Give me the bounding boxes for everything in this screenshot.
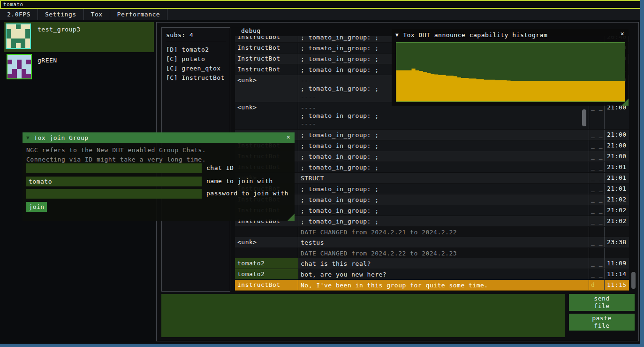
timestamp: 21:01 [605, 173, 629, 183]
delivery-flags: _ _ [589, 102, 605, 129]
collapse-arrow-icon[interactable]: ▼ [26, 135, 30, 141]
delivery-flags: _ _ [589, 258, 605, 269]
subs-list: [D] tomato2[C] potato[C] green_qtox[C] I… [166, 45, 230, 83]
timestamp: 21:01 [605, 184, 629, 194]
join-name-input[interactable] [26, 177, 202, 186]
menu-performance[interactable]: Performance [110, 9, 168, 20]
join-name-label: name to join with [206, 177, 273, 185]
subs-count: subs: 4 [166, 31, 230, 39]
timestamp: 21:01 [605, 162, 629, 172]
group-name: test_group3 [38, 26, 81, 33]
message-cell: ; tomato_in_group: ; [298, 140, 589, 151]
group-avatar [6, 23, 31, 49]
chat-scrollbar-thumb[interactable] [631, 272, 636, 289]
join-group-window: ▼ Tox join Group ✕ NGC refers to the New… [23, 132, 295, 221]
timestamp: 21:00 [605, 140, 629, 151]
delivery-flags: _ _ [589, 205, 605, 216]
delivery-flags: _ _ [589, 184, 605, 194]
message-row: tomato2chat is this real?_ _11:09 [235, 258, 629, 269]
button-label: file [569, 302, 635, 310]
message-cell: ; tomato_in_group: ; [298, 151, 589, 162]
delivery-flags: _ _ [589, 194, 605, 205]
delivery-flags: _ _ [589, 140, 605, 151]
window-border-bottom [0, 344, 644, 347]
timestamp: 11:15 [605, 280, 629, 290]
message-cell: STRUCT [298, 173, 589, 183]
message-cell: No, I've been in this group for quite so… [298, 280, 589, 290]
timestamp: 21:00 [605, 102, 629, 129]
send-file-button[interactable]: send file [569, 294, 635, 311]
message-cell: testus [298, 237, 589, 247]
button-label: paste [569, 315, 635, 322]
join-password-input[interactable] [26, 189, 202, 199]
message-cell: DATE CHANGED from 2024.2.22 to 2024.2.23 [298, 248, 589, 258]
delivery-flags: d _ [589, 280, 605, 290]
group-name: gREEN [38, 57, 57, 64]
collapse-arrow-icon[interactable]: ▼ [395, 32, 399, 38]
delivery-flags: _ _ [589, 269, 605, 279]
delivery-flags [589, 227, 605, 237]
message-cell: chat is this real? [298, 258, 589, 269]
resize-grip[interactable] [621, 99, 629, 106]
timestamp [605, 248, 629, 258]
join-button[interactable]: join [26, 202, 47, 212]
timestamp: 21:00 [605, 130, 629, 140]
paste-file-button[interactable]: paste file [569, 314, 635, 331]
close-icon[interactable]: ✕ [287, 133, 290, 140]
message-row: <unk>testus_ _23:38 [235, 237, 629, 248]
separator [166, 42, 226, 42]
sender-cell: InstructBot [235, 64, 298, 75]
message-cell: ; tomato_in_group: ; [298, 130, 589, 140]
sender-cell [235, 227, 298, 237]
timestamp: 21:02 [605, 205, 629, 216]
message-row: <unk>----; tomato_in_group: ;----_ _21:0… [235, 102, 629, 130]
date-separator-row: DATE CHANGED from 2024.2.22 to 2024.2.23 [235, 248, 629, 258]
message-row: InstructBotNo, I've been in this group f… [235, 280, 629, 291]
window-border-right [640, 0, 644, 347]
resize-grip[interactable] [288, 214, 295, 221]
ngc-hint-line1: NGC refers to the New DHT enabled Group … [26, 147, 206, 154]
window-titlebar[interactable]: tomato [0, 0, 644, 9]
message-input[interactable] [161, 294, 565, 337]
histogram-window-titlebar[interactable]: ▼ Tox DHT announce capability histogram … [392, 29, 629, 40]
timestamp: 21:02 [605, 216, 629, 226]
subs-member[interactable]: [C] green_qtox [166, 64, 230, 73]
message-cell: ; tomato_in_group: ; [298, 194, 589, 205]
message-cell: ----; tomato_in_group: ;---- [298, 102, 589, 129]
message-cell: ; tomato_in_group: ; [298, 162, 589, 172]
delivery-flags: _ _ [589, 151, 605, 162]
timestamp: 11:14 [605, 269, 629, 279]
histogram-window-title: Tox DHT announce capability histogram [403, 31, 547, 39]
inner-scrollbar-thumb[interactable] [582, 109, 586, 126]
group-item-green[interactable]: gREEN [4, 53, 154, 81]
sender-cell: <unk> [235, 75, 298, 102]
sender-cell: tomato2 [235, 269, 298, 279]
menu-settings[interactable]: Settings [38, 9, 84, 20]
histogram-chart [396, 43, 625, 101]
timestamp: 21:02 [605, 194, 629, 205]
delivery-flags: _ _ [589, 162, 605, 172]
close-icon[interactable]: ✕ [621, 30, 624, 37]
delivery-flags: _ _ [589, 173, 605, 183]
message-cell: bot, are you new here? [298, 269, 589, 279]
tab-debug[interactable]: debug [241, 27, 261, 36]
subs-member[interactable]: [D] tomato2 [166, 45, 230, 54]
group-item-test-group3[interactable]: test_group3 [4, 22, 154, 52]
button-label: send [569, 295, 635, 302]
sender-cell: InstructBot [235, 36, 298, 42]
subs-member[interactable]: [C] potato [166, 54, 230, 64]
sender-cell: InstructBot [235, 54, 298, 64]
join-window-titlebar[interactable]: ▼ Tox join Group ✕ [23, 132, 295, 143]
chat-id-input[interactable] [26, 163, 202, 173]
message-cell: ; tomato_in_group: ; [298, 205, 589, 216]
message-cell: DATE CHANGED from 2024.2.21 to 2024.2.22 [298, 227, 589, 237]
subs-member[interactable]: [C] InstructBot [166, 73, 230, 83]
timestamp: 11:09 [605, 258, 629, 269]
message-row: tomato2bot, are you new here?_ _11:14 [235, 269, 629, 280]
sender-cell: InstructBot [235, 43, 298, 53]
chat-id-label: chat ID [206, 164, 234, 171]
timestamp: 21:00 [605, 151, 629, 162]
menu-tox[interactable]: Tox [84, 9, 110, 20]
sender-cell: <unk> [235, 102, 298, 129]
message-cell: ; tomato_in_group: ; [298, 216, 589, 226]
